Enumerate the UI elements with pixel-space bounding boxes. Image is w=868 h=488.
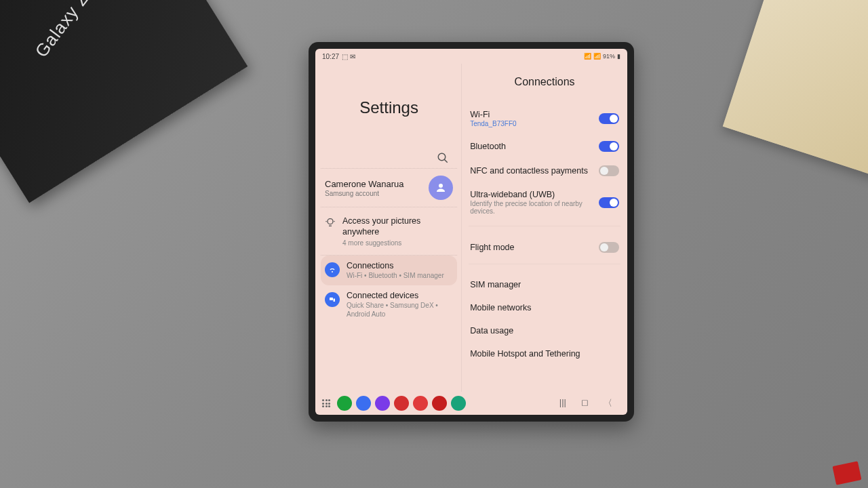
hotspot-row[interactable]: Mobile Hotspot and Tethering <box>469 342 620 365</box>
suggestion-row[interactable]: Access your pictures anywhere 4 more sug… <box>321 207 457 256</box>
detail-pane: Connections Wi-Fi Tenda_B73FF0 Bluetooth <box>462 64 627 392</box>
corner-logo <box>833 461 862 485</box>
suggestion-sub: 4 more suggestions <box>342 239 453 247</box>
dock-app-3[interactable] <box>394 396 409 411</box>
svg-line-1 <box>444 159 448 163</box>
svg-point-0 <box>438 153 446 161</box>
bluetooth-toggle[interactable] <box>599 141 619 152</box>
wifi-icon <box>325 262 340 277</box>
nav-home[interactable]: ◻ <box>581 397 589 409</box>
data-usage-row[interactable]: Data usage <box>469 319 620 342</box>
status-time: 10:27 <box>322 53 339 60</box>
status-bar: 10:27 ⬚ ✉ 📶 📶 91% ▮ <box>315 49 627 64</box>
flight-mode-row[interactable]: Flight mode <box>469 235 620 260</box>
dock-app-2[interactable] <box>375 396 390 411</box>
wifi-toggle[interactable] <box>599 113 619 124</box>
setting-connections[interactable]: Connections Wi-Fi • Bluetooth • SIM mana… <box>321 256 457 285</box>
flight-toggle[interactable] <box>599 242 619 253</box>
svg-rect-7 <box>330 298 333 300</box>
nfc-toggle[interactable] <box>599 165 619 176</box>
avatar[interactable] <box>429 176 453 200</box>
setting-sub: Quick Share • Samsung DeX • Android Auto <box>347 301 453 319</box>
dock <box>337 396 466 411</box>
nfc-row[interactable]: NFC and contactless payments <box>469 159 620 183</box>
dock-app-0[interactable] <box>337 396 352 411</box>
person-icon <box>435 182 447 194</box>
settings-list-pane: Settings Camerone Wanarua Samsung accoun… <box>315 64 462 392</box>
devices-icon <box>325 292 340 307</box>
bluetooth-row[interactable]: Bluetooth <box>469 134 620 159</box>
wifi-row[interactable]: Wi-Fi Tenda_B73FF0 <box>469 103 620 134</box>
battery-text: 91% <box>603 53 615 60</box>
uwb-row[interactable]: Ultra-wideband (UWB) Identify the precis… <box>469 183 620 222</box>
taskbar: ||| ◻ 〈 <box>315 392 627 415</box>
background-box <box>0 0 248 203</box>
apps-grid-icon[interactable] <box>322 399 332 407</box>
account-sub: Samsung account <box>325 190 429 197</box>
svg-rect-8 <box>334 298 336 302</box>
uwb-toggle[interactable] <box>599 197 619 208</box>
screen: 10:27 ⬚ ✉ 📶 📶 91% ▮ Settings Camerone Wa… <box>315 49 627 415</box>
status-icon: ⬚ ✉ <box>342 53 355 60</box>
dock-app-5[interactable] <box>432 396 447 411</box>
setting-connected-devices[interactable]: Connected devices Quick Share • Samsung … <box>321 285 457 324</box>
svg-point-3 <box>328 219 333 224</box>
bulb-icon <box>325 217 336 228</box>
account-row[interactable]: Camerone Wanarua Samsung account <box>321 168 457 207</box>
setting-title: Connections <box>347 261 453 270</box>
background-wood <box>723 0 868 177</box>
sim-manager-row[interactable]: SIM manager <box>469 273 620 296</box>
nav-back[interactable]: 〈 <box>604 397 612 409</box>
dock-app-6[interactable] <box>451 396 466 411</box>
suggestion-title: Access your pictures anywhere <box>342 216 453 238</box>
signal-icon: 📶 📶 <box>584 53 601 60</box>
dock-app-1[interactable] <box>356 396 371 411</box>
mobile-networks-row[interactable]: Mobile networks <box>469 296 620 319</box>
dock-app-4[interactable] <box>413 396 428 411</box>
page-title: Settings <box>321 64 457 152</box>
battery-icon: ▮ <box>617 53 620 60</box>
detail-title: Connections <box>469 64 620 103</box>
setting-sub: Wi-Fi • Bluetooth • SIM manager <box>347 271 453 280</box>
account-name: Camerone Wanarua <box>325 179 429 189</box>
svg-point-2 <box>439 184 443 188</box>
setting-title: Connected devices <box>347 291 453 300</box>
search-icon[interactable] <box>437 152 449 164</box>
device-frame: 10:27 ⬚ ✉ 📶 📶 91% ▮ Settings Camerone Wa… <box>309 42 634 422</box>
nav-recent[interactable]: ||| <box>559 397 566 409</box>
